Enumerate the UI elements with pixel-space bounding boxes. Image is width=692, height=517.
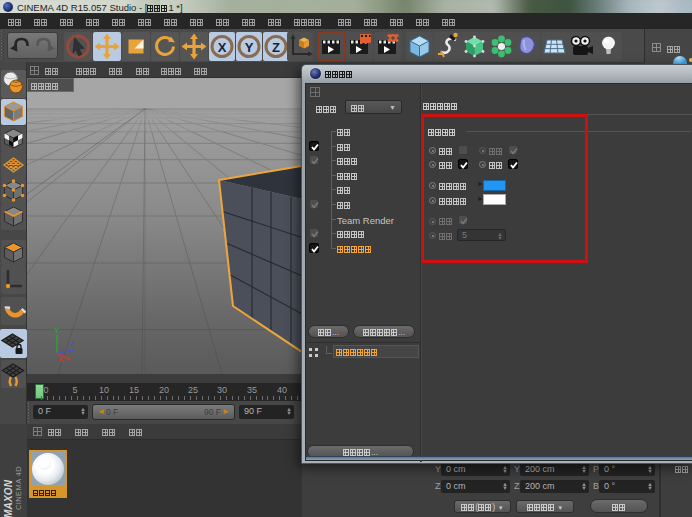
svg-text:Z: Z [69, 339, 74, 348]
svg-text:X: X [218, 40, 227, 55]
svg-text:Z: Z [272, 40, 280, 55]
svg-text:X: X [58, 355, 64, 364]
svg-text:Y: Y [245, 40, 254, 55]
svg-text:Y: Y [54, 326, 60, 335]
